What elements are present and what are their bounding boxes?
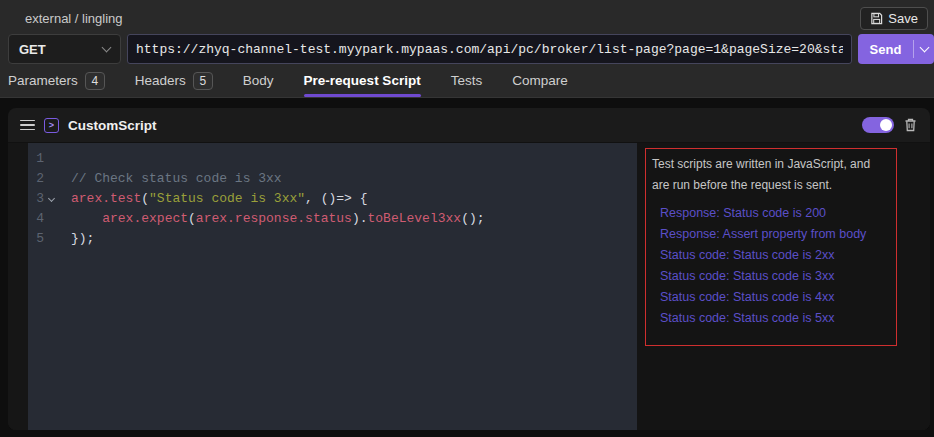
- request-header-section: external / lingling Save GET Send: [0, 0, 934, 98]
- script-title: CustomScript: [68, 118, 157, 133]
- snippet-link[interactable]: Status code: Status code is 2xx: [652, 245, 890, 266]
- tab-body[interactable]: Body: [243, 64, 274, 97]
- line-number: 2: [28, 169, 44, 189]
- tab-label: Headers: [135, 73, 186, 88]
- send-button-label: Send: [858, 42, 913, 57]
- tab-pre-request-script[interactable]: Pre-request Script: [304, 64, 421, 97]
- chevron-down-icon: [919, 43, 929, 53]
- code-token: arex.test: [71, 191, 141, 206]
- code-text: });: [58, 229, 94, 249]
- code-token: ();: [461, 211, 484, 226]
- snippet-link[interactable]: Status code: Status code is 4xx: [652, 287, 890, 308]
- line-number: 1: [28, 149, 44, 169]
- snippets-highlight-box: Test scripts are written in JavaScript, …: [645, 148, 897, 346]
- code-line[interactable]: 1: [28, 149, 637, 169]
- snippet-link[interactable]: Status code: Status code is 5xx: [652, 308, 890, 329]
- tab-label: Pre-request Script: [304, 73, 421, 88]
- tab-label: Tests: [451, 73, 483, 88]
- script-enabled-toggle[interactable]: [862, 117, 894, 133]
- snippets-intro: Test scripts are written in JavaScript, …: [652, 154, 890, 196]
- tab-badge: 4: [85, 72, 105, 90]
- code-token: arex.expect: [102, 211, 188, 226]
- method-select[interactable]: GET: [8, 34, 121, 64]
- script-card-body: 12// Check status code is 3xx3arex.test(…: [8, 143, 930, 430]
- request-row: GET Send: [0, 34, 934, 64]
- code-token: arex.response.status: [196, 211, 352, 226]
- fold-slot: [44, 149, 58, 169]
- line-number: 3: [28, 189, 44, 209]
- code-token: toBeLevel3xx: [368, 211, 462, 226]
- code-text: [58, 149, 71, 169]
- code-token: // Check status code is 3xx: [71, 171, 282, 186]
- chevron-down-icon: [102, 43, 112, 53]
- save-button-label: Save: [888, 11, 918, 26]
- tab-badge: 5: [193, 72, 213, 90]
- tab-headers[interactable]: Headers5: [135, 64, 213, 97]
- fold-slot: [44, 189, 58, 209]
- send-options-button[interactable]: [914, 47, 934, 51]
- url-input[interactable]: [127, 34, 852, 64]
- delete-icon[interactable]: [903, 117, 918, 133]
- line-number: 5: [28, 229, 44, 249]
- code-token: (: [141, 191, 149, 206]
- code-token: [71, 211, 102, 226]
- code-text: arex.expect(arex.response.status).toBeLe…: [58, 209, 485, 229]
- script-icon: >: [44, 118, 59, 133]
- script-card-header: > CustomScript: [8, 108, 930, 143]
- send-button[interactable]: Send: [858, 34, 934, 64]
- tab-parameters[interactable]: Parameters4: [8, 64, 105, 97]
- fold-arrow-icon[interactable]: [47, 194, 54, 201]
- code-token: });: [71, 231, 94, 246]
- app-window: external / lingling Save GET Send: [0, 0, 934, 437]
- snippet-link[interactable]: Status code: Status code is 3xx: [652, 266, 890, 287]
- code-editor[interactable]: 12// Check status code is 3xx3arex.test(…: [28, 143, 637, 430]
- snippet-link[interactable]: Response: Assert property from body: [652, 224, 890, 245]
- code-token: "Status code is 3xx": [149, 191, 305, 206]
- code-token: , ()=> {: [305, 191, 367, 206]
- save-button[interactable]: Save: [860, 7, 928, 30]
- code-line[interactable]: 3arex.test("Status code is 3xx", ()=> {: [28, 189, 637, 209]
- menu-icon[interactable]: [20, 120, 35, 131]
- tab-label: Body: [243, 73, 274, 88]
- fold-slot: [44, 209, 58, 229]
- line-number: 4: [28, 209, 44, 229]
- breadcrumb[interactable]: external / lingling: [25, 11, 123, 26]
- tab-tests[interactable]: Tests: [451, 64, 483, 97]
- snippet-link[interactable]: Response: Status code is 200: [652, 203, 890, 224]
- method-value: GET: [19, 42, 46, 57]
- tab-label: Parameters: [8, 73, 78, 88]
- code-line[interactable]: 5});: [28, 229, 637, 249]
- request-tabs: Parameters4Headers5BodyPre-request Scrip…: [0, 64, 934, 97]
- code-line[interactable]: 2// Check status code is 3xx: [28, 169, 637, 189]
- code-text: // Check status code is 3xx: [58, 169, 282, 189]
- code-token: ).: [352, 211, 368, 226]
- script-card: > CustomScript 12// Check status code is…: [8, 108, 930, 430]
- fold-slot: [44, 169, 58, 189]
- code-line[interactable]: 4 arex.expect(arex.response.status).toBe…: [28, 209, 637, 229]
- toggle-knob: [880, 119, 892, 131]
- tab-label: Compare: [512, 73, 568, 88]
- save-icon: [870, 12, 883, 25]
- code-token: (: [188, 211, 196, 226]
- snippets-panel: Test scripts are written in JavaScript, …: [637, 143, 930, 430]
- fold-slot: [44, 229, 58, 249]
- title-bar: external / lingling Save: [0, 0, 934, 30]
- tab-compare[interactable]: Compare: [512, 64, 568, 97]
- snippet-list: Response: Status code is 200Response: As…: [652, 203, 890, 329]
- code-text: arex.test("Status code is 3xx", ()=> {: [58, 189, 367, 209]
